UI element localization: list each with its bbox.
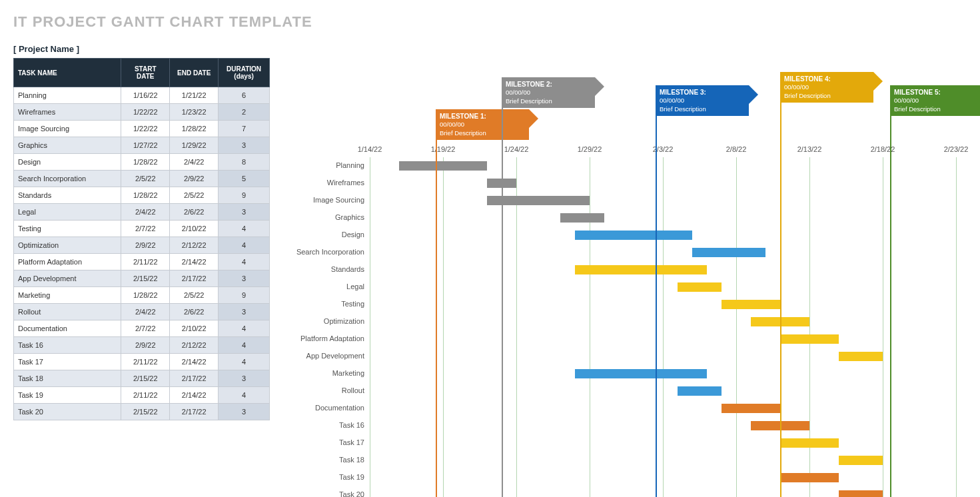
cell-task: Task 17	[14, 354, 121, 370]
x-tick-label: 1/14/22	[358, 145, 382, 153]
cell-task: Search Incorporation	[14, 171, 121, 187]
cell-task: Standards	[14, 187, 121, 204]
cell-task: Testing	[14, 221, 121, 237]
row-label: Standards	[331, 265, 370, 273]
row-label: Documentation	[315, 404, 370, 412]
gantt-bar	[839, 456, 883, 465]
cell-task: Task 20	[14, 404, 121, 420]
table-row: Image Sourcing1/22/221/28/227	[14, 121, 270, 137]
cell-start: 1/28/22	[121, 187, 170, 204]
cell-start: 2/9/22	[121, 337, 170, 354]
col-start: START DATE	[121, 59, 170, 87]
x-tick-label: 1/29/22	[578, 145, 602, 153]
cell-start: 1/28/22	[121, 154, 170, 171]
cell-start: 2/4/22	[121, 204, 170, 221]
table-row: Design1/28/222/4/228	[14, 154, 270, 171]
cell-task: Documentation	[14, 320, 121, 337]
cell-end: 2/14/22	[170, 354, 219, 370]
gantt-bar	[678, 386, 722, 396]
row-label: Task 16	[339, 421, 370, 429]
cell-task: Design	[14, 154, 121, 171]
cell-dur: 9	[219, 187, 270, 204]
cell-dur: 4	[219, 237, 270, 254]
row-label: Wireframes	[327, 179, 370, 187]
table-row: Testing2/7/222/10/224	[14, 221, 270, 237]
row-label: Graphics	[335, 213, 370, 221]
project-name-label: [ Project Name ]	[13, 44, 270, 54]
table-row: Task 202/15/222/17/223	[14, 404, 270, 420]
row-label: Design	[342, 231, 370, 239]
cell-dur: 3	[219, 304, 270, 320]
milestone-line	[436, 111, 437, 497]
row-label: Rollout	[342, 386, 370, 394]
x-tick-label: 2/23/22	[944, 145, 969, 153]
milestone-line	[780, 73, 781, 497]
table-row: Standards1/28/222/5/229	[14, 187, 270, 204]
cell-dur: 4	[219, 221, 270, 237]
cell-start: 1/22/22	[121, 104, 170, 121]
gantt-chart-panel: 1/14/221/19/221/24/221/29/222/3/222/8/22…	[290, 44, 976, 497]
gantt-bar	[575, 231, 692, 240]
table-row: Task 162/9/222/12/224	[14, 337, 270, 354]
cell-task: Task 19	[14, 387, 121, 404]
cell-end: 2/4/22	[170, 154, 219, 171]
table-row: Task 172/11/222/14/224	[14, 354, 270, 370]
x-tick-label: 1/24/22	[504, 145, 529, 153]
cell-end: 2/9/22	[170, 171, 219, 187]
cell-end: 1/29/22	[170, 137, 219, 154]
grid-line	[736, 157, 737, 497]
table-row: Legal2/4/222/6/223	[14, 204, 270, 221]
grid-line	[516, 157, 517, 497]
gantt-bar	[678, 282, 722, 292]
cell-dur: 9	[219, 287, 270, 304]
cell-start: 1/27/22	[121, 137, 170, 154]
cell-dur: 3	[219, 137, 270, 154]
cell-end: 2/5/22	[170, 187, 219, 204]
milestone-line	[656, 87, 657, 497]
cell-dur: 2	[219, 104, 270, 121]
table-row: App Development2/15/222/17/223	[14, 270, 270, 287]
cell-dur: 4	[219, 320, 270, 337]
cell-start: 2/11/22	[121, 354, 170, 370]
cell-end: 2/12/22	[170, 237, 219, 254]
cell-end: 2/14/22	[170, 254, 219, 270]
row-label: Search Incorporation	[296, 248, 370, 256]
page-title: IT PROJECT GANTT CHART TEMPLATE	[13, 13, 973, 31]
cell-dur: 3	[219, 270, 270, 287]
gantt-bar	[575, 265, 707, 274]
cell-task: Rollout	[14, 304, 121, 320]
milestone-flag: MILESTONE 1: 00/00/00 Brief Description	[436, 109, 529, 140]
cell-task: Task 16	[14, 337, 121, 354]
grid-line	[883, 157, 883, 497]
gantt-bar	[780, 473, 839, 482]
cell-start: 1/22/22	[121, 121, 170, 137]
cell-dur: 4	[219, 354, 270, 370]
table-row: Platform Adaptation2/11/222/14/224	[14, 254, 270, 270]
table-row: Task 182/15/222/17/223	[14, 370, 270, 387]
milestone-line	[502, 79, 503, 497]
table-row: Search Incorporation2/5/222/9/225	[14, 171, 270, 187]
grid-line	[590, 157, 590, 497]
cell-dur: 6	[219, 87, 270, 104]
gantt-bar	[839, 352, 883, 361]
cell-end: 1/23/22	[170, 104, 219, 121]
task-table-panel: [ Project Name ] TASK NAME START DATE EN…	[13, 44, 270, 420]
cell-dur: 3	[219, 204, 270, 221]
cell-end: 2/6/22	[170, 304, 219, 320]
cell-start: 2/7/22	[121, 221, 170, 237]
gantt-bar	[839, 490, 883, 497]
cell-end: 1/28/22	[170, 121, 219, 137]
row-label: Task 20	[339, 490, 370, 497]
grid-line	[956, 157, 957, 497]
cell-dur: 8	[219, 154, 270, 171]
row-label: Task 18	[339, 456, 370, 464]
cell-start: 2/15/22	[121, 370, 170, 387]
cell-end: 2/10/22	[170, 320, 219, 337]
cell-dur: 4	[219, 254, 270, 270]
row-label: Planning	[336, 161, 370, 169]
gantt-bar	[722, 300, 780, 309]
gantt-bar	[780, 438, 839, 448]
cell-dur: 4	[219, 337, 270, 354]
x-tick-label: 1/19/22	[431, 145, 456, 153]
cell-task: Optimization	[14, 237, 121, 254]
